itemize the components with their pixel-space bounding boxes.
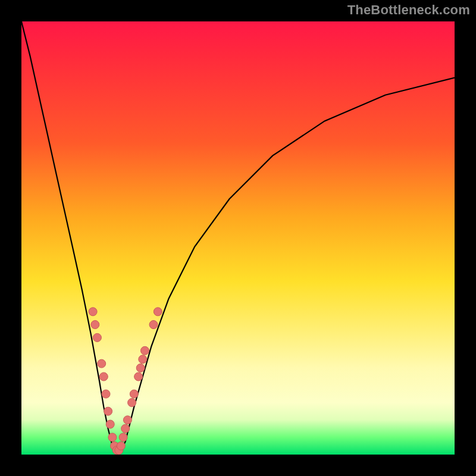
curve-svg — [21, 21, 455, 455]
data-marker — [117, 441, 125, 450]
data-marker — [149, 321, 158, 329]
data-marker — [128, 399, 136, 407]
data-marker — [98, 359, 106, 368]
data-marker — [121, 424, 130, 433]
data-marker — [104, 407, 112, 415]
data-marker — [130, 390, 138, 398]
data-marker — [134, 372, 143, 381]
data-marker — [136, 364, 145, 372]
data-marker — [89, 308, 97, 316]
plot-area — [21, 21, 455, 455]
watermark-text: TheBottleneck.com — [347, 2, 470, 18]
data-marker — [141, 346, 149, 355]
data-marker — [139, 355, 147, 364]
data-marker — [108, 433, 117, 441]
data-marker — [99, 372, 108, 381]
data-marker — [93, 333, 101, 342]
data-marker — [154, 308, 162, 316]
bottleneck-curve — [21, 21, 455, 455]
data-marker — [123, 416, 131, 424]
data-marker — [119, 433, 127, 441]
data-marker — [106, 420, 114, 428]
data-marker — [91, 321, 99, 329]
chart-frame: TheBottleneck.com — [0, 0, 476, 476]
data-marker — [102, 390, 110, 398]
